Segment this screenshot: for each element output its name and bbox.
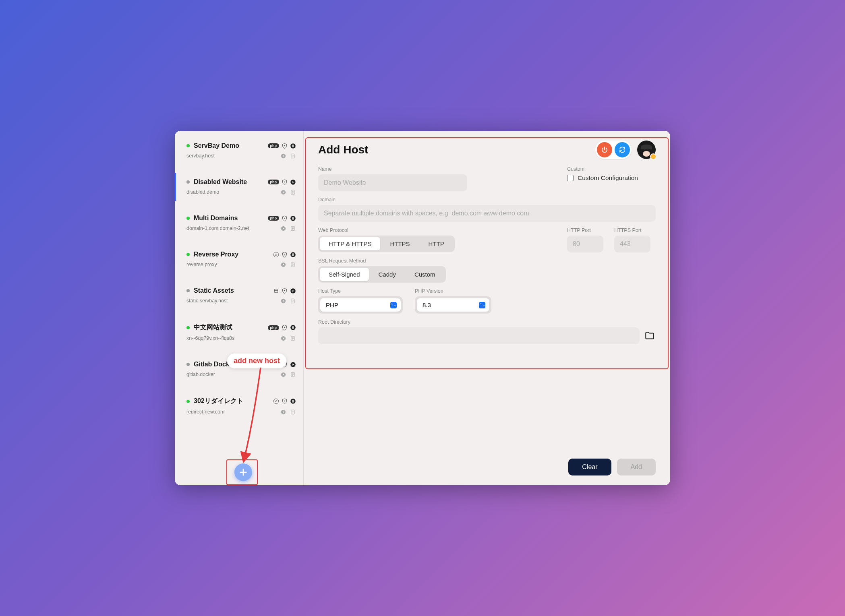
php-icon: php — [268, 325, 280, 330]
site-name: Disabled Website — [194, 178, 247, 186]
http-port-input[interactable] — [567, 236, 603, 252]
compass-icon[interactable] — [280, 371, 286, 378]
compass-icon[interactable] — [280, 225, 286, 232]
note-icon[interactable] — [290, 409, 296, 415]
status-dot — [186, 253, 190, 256]
compass-icon[interactable] — [280, 335, 286, 341]
pause-icon — [290, 215, 296, 221]
refresh-button[interactable] — [615, 142, 630, 157]
note-icon[interactable] — [290, 261, 296, 268]
sidebar-item[interactable]: Reverse Proxy reverse.proxy — [175, 245, 303, 273]
add-button[interactable]: Add — [617, 459, 656, 475]
power-button[interactable] — [597, 142, 612, 157]
svg-rect-19 — [293, 253, 294, 256]
add-host-fab[interactable] — [234, 463, 252, 481]
protocol-http-https[interactable]: HTTP & HTTPS — [320, 237, 380, 250]
svg-rect-29 — [292, 326, 292, 329]
note-icon[interactable] — [290, 153, 296, 159]
protocol-label: Web Protocol — [318, 227, 555, 233]
sidebar: ServBay Demo php servbay.host Disabled W… — [175, 131, 304, 485]
svg-point-39 — [284, 401, 285, 402]
site-domain: gitlab.docker — [186, 372, 215, 377]
status-dot — [186, 363, 190, 366]
chevron-down-icon: ⌃⌄ — [390, 302, 397, 308]
domain-label: Domain — [318, 197, 656, 203]
play-icon — [290, 288, 296, 294]
shield-icon — [282, 143, 288, 149]
hosttype-value: PHP — [326, 302, 338, 308]
sidebar-item[interactable]: Static Assets static.servbay.host — [175, 281, 303, 310]
site-name: 中文网站测试 — [194, 323, 232, 332]
note-icon[interactable] — [290, 189, 296, 195]
protocol-https[interactable]: HTTPS — [381, 237, 418, 250]
hosttype-select[interactable]: PHP ⌃⌄ — [320, 298, 401, 312]
shield-icon — [282, 325, 288, 331]
pause-icon — [290, 143, 296, 149]
chevron-down-icon: ⌃⌄ — [479, 302, 485, 308]
avatar[interactable] — [637, 141, 656, 159]
php-icon: php — [268, 216, 280, 221]
pause-icon — [290, 398, 296, 404]
box-icon — [273, 288, 279, 294]
footer: Clear Add — [318, 451, 656, 475]
pause-icon — [290, 252, 296, 258]
play-icon — [290, 362, 296, 368]
svg-point-27 — [284, 327, 285, 328]
site-name: Multi Domains — [194, 215, 238, 222]
redirect-icon — [273, 398, 279, 404]
compass-icon[interactable] — [280, 189, 286, 195]
shield-icon — [282, 179, 288, 185]
shield-x-icon — [282, 252, 288, 258]
site-domain: xn--6qq79v.xn--fiqs8s — [186, 335, 234, 341]
sidebar-item[interactable]: 中文网站测试 php xn--6qq79v.xn--fiqs8s — [175, 318, 303, 347]
sidebar-item[interactable]: Multi Domains php domain-1.com domain-2.… — [175, 209, 303, 237]
ssl-segment: Self-Signed Caddy Custom — [318, 266, 446, 283]
name-input[interactable] — [318, 174, 467, 191]
sidebar-item[interactable]: Disabled Website php disabled.demo — [175, 173, 303, 201]
svg-point-23 — [284, 290, 285, 291]
sidebar-item[interactable]: 302リダイレクト redirect.new.com — [175, 391, 303, 421]
note-icon[interactable] — [290, 371, 296, 378]
svg-point-17 — [290, 252, 296, 257]
svg-point-11 — [290, 216, 296, 221]
name-label: Name — [318, 166, 555, 172]
svg-point-38 — [273, 399, 279, 404]
protocol-http[interactable]: HTTP — [420, 237, 453, 250]
ssl-custom[interactable]: Custom — [406, 268, 444, 281]
root-input[interactable] — [318, 327, 640, 344]
status-dot — [186, 144, 190, 147]
root-label: Root Directory — [318, 319, 656, 325]
ssl-self-signed[interactable]: Self-Signed — [320, 268, 369, 281]
sidebar-item[interactable]: ServBay Demo php servbay.host — [175, 136, 303, 165]
status-dot — [186, 289, 190, 292]
shield-icon — [282, 215, 288, 221]
svg-rect-3 — [293, 145, 294, 147]
ssl-label: SSL Request Method — [318, 258, 656, 264]
power-controls — [595, 141, 632, 159]
site-name: 302リダイレクト — [194, 397, 243, 405]
note-icon[interactable] — [290, 298, 296, 304]
svg-rect-12 — [292, 217, 292, 219]
php-icon: php — [268, 143, 280, 148]
custom-config-checkbox[interactable]: Custom Configuration — [567, 174, 656, 182]
domain-input[interactable] — [318, 205, 656, 222]
svg-rect-22 — [274, 289, 278, 293]
compass-icon[interactable] — [280, 298, 286, 304]
compass-icon[interactable] — [280, 409, 286, 415]
note-icon[interactable] — [290, 225, 296, 232]
php-icon: php — [268, 180, 280, 184]
phpver-label: PHP Version — [415, 288, 491, 294]
ssl-caddy[interactable]: Caddy — [370, 268, 405, 281]
compass-icon[interactable] — [280, 261, 286, 268]
main-panel: Add Host Name — [304, 131, 670, 485]
note-icon[interactable] — [290, 335, 296, 341]
phpver-select[interactable]: 8.3 ⌃⌄ — [417, 298, 489, 312]
folder-icon[interactable] — [644, 331, 656, 341]
custom-config-label: Custom Configuration — [578, 174, 638, 182]
https-port-input[interactable] — [614, 236, 650, 252]
compass-icon[interactable] — [280, 153, 286, 159]
svg-rect-18 — [292, 253, 292, 256]
custom-label: Custom — [567, 166, 656, 172]
annotation-tooltip: add new host — [227, 353, 286, 368]
clear-button[interactable]: Clear — [568, 459, 611, 475]
